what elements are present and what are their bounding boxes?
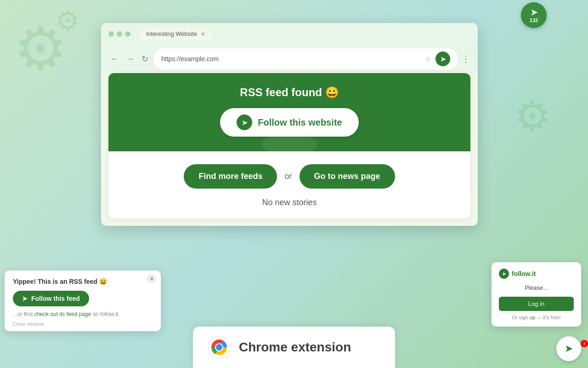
popup-actions: Find more feeds or Go to news page <box>184 164 395 189</box>
address-bar[interactable]: https://example.com ☆ ➤ <box>154 48 458 69</box>
browser-dot-3 <box>125 31 130 37</box>
followit-widget: ➤ follow.it Please... Log in Or sign up … <box>492 262 581 327</box>
badge-arrow-icon: ➤ <box>531 7 537 17</box>
login-button[interactable]: Log in <box>499 297 574 311</box>
rss-small-popup: ✕ Yippee! This is an RSS feed 😀 ➤ Follow… <box>5 270 161 331</box>
extension-arrow-icon[interactable]: ➤ <box>435 52 450 66</box>
follow-feed-arrow-icon: ➤ <box>22 295 28 302</box>
browser-tab[interactable]: Interesting Website ✕ <box>140 28 212 40</box>
browser-titlebar: Interesting Website ✕ <box>101 23 478 45</box>
bottom-right-badge-dot: ! <box>581 340 588 347</box>
more-menu-button[interactable]: ⋮ <box>461 53 470 64</box>
follow-website-button[interactable]: ➤ Follow this website <box>220 108 358 137</box>
tab-title: Interesting Website <box>146 30 197 37</box>
star-icon: ☆ <box>425 55 431 63</box>
sub-suffix: on follow.it <box>91 311 118 317</box>
bottom-right-arrow-icon: ➤ <box>565 343 573 355</box>
no-stories-label: No new stories <box>262 198 317 207</box>
popup-header: RSS feed found 😀 ➤ Follow this website <box>108 73 470 151</box>
or-separator: or <box>284 172 292 181</box>
followit-arrow-icon: ➤ <box>499 269 509 279</box>
follow-feed-button[interactable]: ➤ Follow this feed <box>13 291 89 306</box>
address-text: https://example.com <box>161 55 219 63</box>
followit-name: follow.it <box>512 270 536 277</box>
header-decoration <box>262 133 317 156</box>
reload-button[interactable]: ↻ <box>140 53 150 65</box>
followit-name-accent: .it <box>530 270 536 277</box>
browser-window: Interesting Website ✕ ← → ↻ https://exam… <box>101 23 478 226</box>
chrome-extension-label: Chrome extension <box>239 340 351 355</box>
popup-header-title: RSS feed found 😀 <box>118 86 461 99</box>
tab-close-button[interactable]: ✕ <box>201 31 205 37</box>
browser-dot-2 <box>117 31 122 37</box>
browser-navbar: ← → ↻ https://example.com ☆ ➤ ⋮ <box>101 45 478 73</box>
badge-count: 132 <box>530 17 538 23</box>
signup-link[interactable]: up <box>530 315 535 320</box>
browser-dots <box>108 31 130 37</box>
follow-feed-label: Follow this feed <box>31 295 80 302</box>
find-more-feeds-button[interactable]: Find more feeds <box>184 164 277 189</box>
followit-please-label: Please... <box>499 284 574 291</box>
address-icons: ☆ ➤ <box>425 52 450 66</box>
back-button[interactable]: ← <box>108 53 120 65</box>
signup-suffix: — it's free! <box>535 315 560 320</box>
browser-dot-1 <box>108 31 114 37</box>
chrome-extension-banner[interactable]: Chrome extension <box>193 327 395 368</box>
signup-text: Or sign up — it's free! <box>499 315 574 320</box>
signup-prefix: Or sign <box>512 315 530 320</box>
go-to-news-page-button[interactable]: Go to news page <box>300 164 395 189</box>
forward-button[interactable]: → <box>124 53 136 65</box>
gear-icon-right-mid: ⚙ <box>514 92 551 140</box>
followit-name-plain: follow <box>512 270 530 277</box>
bottom-right-icon[interactable]: ➤ <box>556 336 581 361</box>
svg-point-2 <box>216 344 222 351</box>
close-window-link[interactable]: Close window <box>13 321 153 327</box>
popup-body: Find more feeds or Go to news page No ne… <box>108 151 470 218</box>
small-popup-close-button[interactable]: ✕ <box>147 274 156 283</box>
feed-page-link[interactable]: check out its feed page <box>34 311 91 317</box>
sub-prefix: ...or first <box>13 311 34 317</box>
follow-website-arrow-icon: ➤ <box>237 115 252 130</box>
follow-website-label: Follow this website <box>258 117 342 128</box>
followit-logo: ➤ follow.it <box>499 269 574 279</box>
small-popup-title: Yippee! This is an RSS feed 😀 <box>13 278 153 285</box>
small-popup-subtext: ...or first check out its feed page on f… <box>13 311 153 317</box>
chrome-logo-icon <box>208 336 231 359</box>
rss-popup-card: RSS feed found 😀 ➤ Follow this website F… <box>108 73 470 218</box>
gear-icon-top-left-small: ⚙ <box>55 5 80 37</box>
notification-badge[interactable]: ➤ 132 <box>521 2 547 28</box>
